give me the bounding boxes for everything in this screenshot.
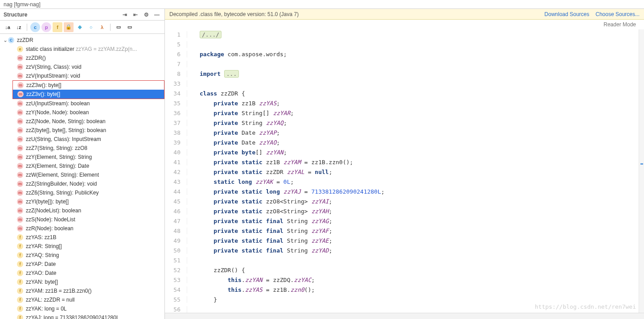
code-line[interactable]: 6package com.aspose.words;: [165, 49, 644, 59]
code-line[interactable]: 40 private byte[] zzYAN;: [165, 147, 644, 157]
layout-2-icon[interactable]: ▭: [125, 22, 135, 32]
reader-mode-link[interactable]: Reader Mode: [603, 21, 636, 29]
filter-diamond-icon[interactable]: ◆: [75, 22, 85, 32]
tree-item[interactable]: mzzY(Element, String): String: [0, 153, 164, 162]
structure-title: Structure: [4, 12, 27, 18]
tree-item[interactable]: mzzS(Node): NodeList: [0, 215, 164, 224]
structure-tree[interactable]: ⌄CzzZDRestatic class initializer zzYAG =…: [0, 34, 164, 319]
structure-toolbar: ↓a ↓z c p f 🔒 ◆ ○ λ ▭ ▭: [0, 21, 164, 34]
sort-za-icon[interactable]: ↓z: [14, 22, 24, 32]
tree-item[interactable]: mzzW(Element, String): Element: [0, 170, 164, 179]
tree-item[interactable]: fzzYAP: Date: [0, 260, 164, 269]
tree-item[interactable]: mzzV(String, Class): void: [0, 62, 164, 71]
tree-item[interactable]: fzzYAQ: String: [0, 251, 164, 260]
scroll-marker-gutter[interactable]: [639, 29, 644, 313]
sort-az-icon[interactable]: ↓a: [3, 22, 12, 32]
tree-item[interactable]: mzzR(Node): boolean: [0, 224, 164, 233]
code-line[interactable]: 50 private static final String zzYAD;: [165, 245, 644, 255]
layout-1-icon[interactable]: ▭: [114, 22, 123, 32]
tree-root[interactable]: ⌄CzzZDR: [0, 36, 164, 45]
code-line[interactable]: 55 }: [165, 294, 644, 304]
code-line[interactable]: 45 private static zzO8<String> zzYAI;: [165, 196, 644, 206]
editor-area: Decompiled .class file, bytecode version…: [165, 9, 644, 319]
hide-icon[interactable]: —: [153, 11, 161, 19]
tree-item[interactable]: mzzZ(NodeList): boolean: [0, 206, 164, 215]
filter-lock-icon[interactable]: 🔒: [64, 22, 74, 32]
tree-item[interactable]: fzzYAM: zz1B = zz1B.zzn0(): [0, 286, 164, 295]
breadcrumb: nag [fgmw-nag]: [0, 0, 644, 9]
tree-item[interactable]: mzzZ3v(): byte[]: [13, 90, 164, 99]
code-line[interactable]: 8import ...: [165, 69, 644, 79]
tree-item[interactable]: mzzYl(byte[]): byte[]: [0, 197, 164, 206]
code-line[interactable]: 43 static long zzYAK = 0L;: [165, 177, 644, 186]
choose-sources-link[interactable]: Choose Sources...: [595, 11, 640, 17]
code-line[interactable]: 39 private Date zzYAO;: [165, 137, 644, 147]
tree-item[interactable]: mzzX(Element, String): Date: [0, 162, 164, 170]
tree-item[interactable]: estatic class initializer zzYAG = zzYAM.…: [0, 45, 164, 54]
collapse-all-icon[interactable]: ⇤: [131, 11, 139, 19]
code-line[interactable]: 37 private String zzYAQ;: [165, 118, 644, 128]
tree-item[interactable]: mzzV(InputStream): void: [0, 71, 164, 80]
tree-item[interactable]: fzzYAJ: long = 7133812862090241280L: [0, 313, 164, 319]
code-line[interactable]: 41 private static zz1B zzYAM = zz1B.zzn0…: [165, 157, 644, 167]
tree-item[interactable]: fzzYAO: Date: [0, 269, 164, 278]
tree-item[interactable]: mzzZ(byte[], byte[], String): boolean: [0, 126, 164, 135]
code-editor[interactable]: https://blog.csdn.net/ren7wei 1/.../56pa…: [165, 29, 644, 313]
tree-item[interactable]: fzzYAL: zzZDR = null: [0, 295, 164, 304]
filter-circle-icon[interactable]: ○: [86, 22, 96, 32]
expand-all-icon[interactable]: ⇥: [121, 11, 129, 19]
code-line[interactable]: 46 private static zzO8<String> zzYAH;: [165, 206, 644, 216]
code-line[interactable]: 52 zzZDR() {: [165, 265, 644, 275]
separator: [110, 24, 111, 31]
tree-item[interactable]: fzzYAS: zz1B: [0, 233, 164, 242]
tree-item[interactable]: fzzYAR: String[]: [0, 242, 164, 251]
horizontal-scrollbar[interactable]: [165, 313, 644, 319]
tree-item[interactable]: mzzZ7(String, String): zzO8: [0, 144, 164, 153]
tree-item[interactable]: mzzU(String, Class): InputStream: [0, 135, 164, 144]
structure-panel: Structure ⇥ ⇤ ⚙ — ↓a ↓z c p f 🔒 ◆ ○ λ ▭ …: [0, 9, 165, 319]
code-line[interactable]: 38 private Date zzYAP;: [165, 128, 644, 137]
code-line[interactable]: 48 private static final String zzYAF;: [165, 226, 644, 236]
download-sources-link[interactable]: Download Sources: [545, 11, 590, 17]
code-line[interactable]: 44 private static long zzYAJ = 713381286…: [165, 186, 644, 196]
tree-item[interactable]: mzzZ(StringBuilder, Node): void: [0, 179, 164, 188]
code-line[interactable]: 54 this.zzYAS = zz1B.zzn0();: [165, 285, 644, 294]
code-line[interactable]: 36 private String[] zzYAR;: [165, 108, 644, 118]
banner-text: Decompiled .class file, bytecode version…: [169, 11, 299, 17]
tree-item[interactable]: fzzYAK: long = 0L: [0, 304, 164, 313]
breadcrumb-item[interactable]: nag [fgmw-nag]: [4, 1, 41, 8]
code-line[interactable]: 34class zzZDR {: [165, 88, 644, 98]
code-line[interactable]: 7: [165, 59, 644, 69]
tree-item[interactable]: mzzZ3w(): byte[]: [13, 81, 164, 90]
code-line[interactable]: 35 private zz1B zzYAS;: [165, 98, 644, 108]
code-line[interactable]: 1/.../: [165, 29, 644, 39]
code-line[interactable]: 53 this.zzYAN = zzZDQ.zzYAC;: [165, 275, 644, 285]
filter-class-icon[interactable]: c: [30, 22, 40, 32]
tree-item[interactable]: mzzY(Node, Node): boolean: [0, 108, 164, 117]
tree-item[interactable]: mzzZ(Node, Node, String): boolean: [0, 117, 164, 126]
gear-icon[interactable]: ⚙: [142, 11, 150, 19]
filter-property-icon[interactable]: p: [41, 22, 51, 32]
separator: [27, 24, 27, 31]
code-line[interactable]: 51: [165, 255, 644, 265]
decompile-banner: Decompiled .class file, bytecode version…: [165, 9, 644, 20]
tree-item[interactable]: mzzZ6(String, String): PublicKey: [0, 188, 164, 197]
watermark: https://blog.csdn.net/ren7wei: [535, 303, 636, 310]
filter-lambda-icon[interactable]: λ: [97, 22, 107, 32]
code-line[interactable]: 47 private static final String zzYAG;: [165, 216, 644, 226]
code-line[interactable]: 42 private static zzZDR zzYAL = null;: [165, 167, 644, 177]
code-line[interactable]: 49 private static final String zzYAE;: [165, 236, 644, 245]
tree-item[interactable]: mzzU(InputStream): boolean: [0, 99, 164, 108]
tree-item[interactable]: fzzYAN: byte[]: [0, 278, 164, 286]
tree-item[interactable]: mzzZDR(): [0, 54, 164, 62]
filter-field-icon[interactable]: f: [53, 22, 62, 32]
code-line[interactable]: 5: [165, 39, 644, 49]
code-line[interactable]: 33: [165, 79, 644, 88]
